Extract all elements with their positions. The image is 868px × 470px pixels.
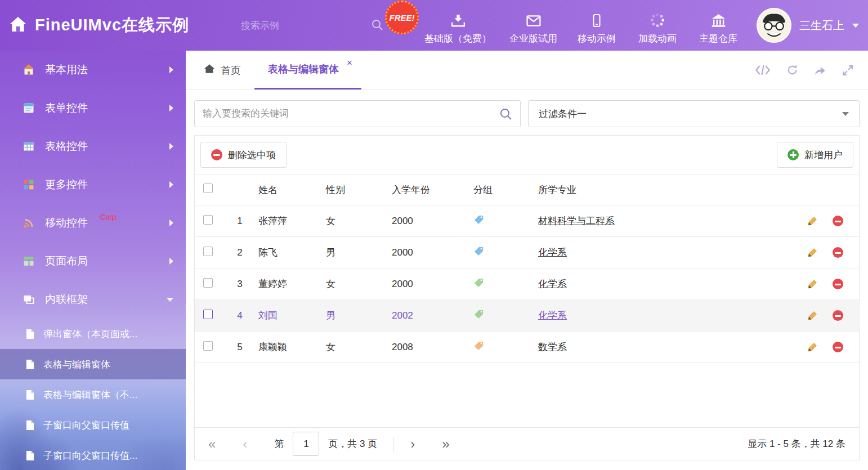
sidebar-subitem-grid-edit-window[interactable]: 表格与编辑窗体	[0, 349, 186, 379]
row-checkbox[interactable]	[203, 247, 213, 256]
delete-icon[interactable]	[833, 279, 843, 289]
sidebar-subitem-grid-edit-window-alt[interactable]: 表格与编辑窗体（不...	[0, 379, 186, 410]
nav-theme-repo[interactable]: 主题仓库	[688, 6, 749, 45]
edit-icon[interactable]	[807, 247, 818, 258]
cell-gender: 女	[321, 268, 387, 300]
pagination-bar: « ‹ 第 页，共 3 页 › » 显示 1 - 5 条，共 12 条	[195, 427, 859, 460]
sidebar-item-basic-usage[interactable]: 基本用法	[0, 51, 186, 89]
tab-label: 表格与编辑窗体	[268, 62, 339, 76]
major-link[interactable]: 化学系	[538, 279, 567, 289]
next-page-button[interactable]: ›	[410, 437, 415, 451]
avatar[interactable]	[757, 8, 791, 43]
table-row[interactable]: 5 康颖颖 女 2008 数学系	[195, 332, 860, 363]
keyword-search[interactable]	[194, 100, 521, 127]
delete-icon[interactable]	[833, 310, 843, 321]
sidebar-subitem-popup-window[interactable]: 弹出窗体（本页面或...	[0, 319, 186, 349]
delete-icon[interactable]	[833, 247, 843, 258]
remove-circle-icon	[211, 149, 222, 160]
tab-grid-edit-window[interactable]: 表格与编辑窗体 ×	[254, 51, 361, 89]
major-link[interactable]: 数学系	[538, 342, 567, 352]
search-icon[interactable]	[499, 108, 512, 120]
sidebar-subitem-child-to-parent[interactable]: 子窗口向父窗口传值	[0, 410, 186, 440]
widgets-icon	[23, 178, 35, 191]
sidebar-item-mobile-controls[interactable]: 移动控件 Corp.	[0, 204, 186, 242]
signal-icon	[23, 217, 35, 229]
header-search[interactable]	[241, 16, 365, 36]
column-header-gender: 性别	[321, 174, 387, 205]
prev-page-button[interactable]: ‹	[243, 437, 247, 451]
delete-icon[interactable]	[833, 342, 843, 352]
sidebar-item-more-controls[interactable]: 更多控件	[0, 165, 186, 204]
delete-selected-button[interactable]: 删除选中项	[200, 142, 287, 168]
row-checkbox[interactable]	[203, 278, 213, 288]
file-icon	[26, 390, 34, 400]
chevron-right-icon	[169, 143, 173, 150]
add-user-button[interactable]: 新增用户	[777, 142, 853, 168]
record-summary: 显示 1 - 5 条，共 12 条	[748, 437, 845, 450]
chevron-right-icon	[169, 181, 173, 188]
sidebar-item-form-controls[interactable]: 表单控件	[0, 89, 186, 127]
user-menu[interactable]: 三生石上	[757, 0, 859, 51]
major-link[interactable]: 材料科学与工程系	[538, 216, 615, 226]
table-row-selected[interactable]: 4 刘国 男 2002 化学系	[195, 300, 860, 332]
app-home-icon[interactable]	[9, 16, 27, 34]
first-page-button[interactable]: «	[208, 437, 216, 451]
close-icon[interactable]: ×	[347, 58, 352, 68]
nav-label: 主题仓库	[699, 32, 737, 45]
select-all-checkbox[interactable]	[203, 183, 213, 193]
sidebar-subitem-label: 表格与编辑窗体	[43, 358, 110, 371]
nav-basic-free[interactable]: 基础版（免费）	[415, 6, 500, 45]
table-row[interactable]: 3 董婷婷 女 2000 化学系	[195, 268, 860, 300]
last-page-button[interactable]: »	[442, 437, 449, 451]
brand: FineUIMvc在线示例	[9, 0, 189, 51]
nav-loading-animation[interactable]: 加载动画	[627, 6, 688, 45]
chevron-right-icon	[169, 220, 173, 226]
nav-mobile-demo[interactable]: 移动示例	[566, 6, 627, 45]
nav-label: 加载动画	[638, 32, 677, 45]
tab-home[interactable]: 首页	[190, 51, 254, 89]
file-icon	[26, 420, 34, 431]
sidebar-item-label: 表单控件	[45, 101, 88, 115]
major-link[interactable]: 化学系	[538, 310, 567, 321]
cell-year: 2002	[387, 300, 469, 332]
code-icon[interactable]	[755, 65, 771, 75]
sidebar-subitem-child-to-parent-alt[interactable]: 子窗口向父窗口传值...	[0, 440, 186, 470]
search-icon[interactable]	[371, 19, 383, 33]
cell-name: 陈飞	[254, 237, 321, 268]
edit-icon[interactable]	[807, 342, 818, 352]
header-nav: 基础版（免费） 企业版试用 移动示例 加载动画	[415, 0, 749, 51]
user-name: 三生石上	[799, 18, 844, 33]
sidebar: 基本用法 表单控件 表格控件 更多控件 移动控件 Corp. 页面布局	[0, 51, 186, 470]
expand-icon[interactable]	[842, 65, 853, 76]
column-header-index	[226, 174, 254, 205]
sidebar-item-label: 内联框架	[45, 292, 88, 307]
table-row[interactable]: 2 陈飞 男 2000 化学系	[195, 237, 860, 268]
sidebar-item-page-layout[interactable]: 页面布局	[0, 242, 186, 280]
share-icon[interactable]	[814, 65, 826, 76]
table-row[interactable]: 1 张萍萍 女 2000 材料科学与工程系	[195, 205, 860, 237]
major-link[interactable]: 化学系	[538, 247, 567, 258]
edit-icon[interactable]	[807, 310, 818, 321]
edit-icon[interactable]	[807, 279, 818, 289]
nav-enterprise-trial[interactable]: 企业版试用	[500, 6, 566, 45]
form-icon	[23, 102, 35, 114]
keyword-search-input[interactable]	[203, 108, 499, 119]
app-header: FineUIMvc在线示例 FREE! 基础版（免费） 企业版试用 移动示例	[0, 0, 868, 51]
row-checkbox[interactable]	[203, 341, 213, 351]
edit-icon[interactable]	[807, 216, 818, 226]
chevron-right-icon	[169, 105, 173, 111]
delete-icon[interactable]	[833, 216, 843, 226]
sidebar-item-grid-controls[interactable]: 表格控件	[0, 127, 186, 165]
cell-gender: 男	[321, 300, 387, 332]
page-number-input[interactable]	[293, 432, 319, 456]
grid-panel: 删除选中项 新增用户 姓名 性别 入学年份 分组 所学专业	[194, 135, 860, 460]
row-checkbox[interactable]	[203, 310, 213, 319]
filter-dropdown[interactable]: 过滤条件一	[528, 100, 860, 127]
row-checkbox[interactable]	[203, 215, 213, 225]
sidebar-item-inline-frame[interactable]: 内联框架	[0, 280, 186, 319]
refresh-icon[interactable]	[786, 64, 798, 76]
tab-label: 首页	[221, 64, 241, 77]
sidebar-item-label: 基本用法	[45, 62, 88, 77]
row-number: 1	[226, 205, 254, 237]
header-search-input[interactable]	[241, 20, 365, 32]
